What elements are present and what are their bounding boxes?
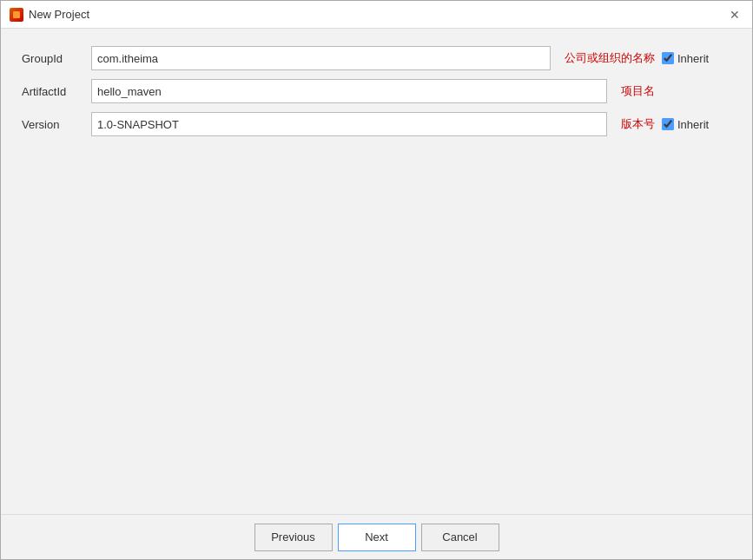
cancel-button[interactable]: Cancel (421, 524, 499, 551)
groupid-row: GroupId 公司或组织的名称 Inherit (22, 46, 731, 70)
close-button[interactable]: ✕ (726, 6, 743, 23)
version-annotation: 版本号 (614, 116, 662, 132)
window-title: New Project (29, 8, 89, 21)
next-button[interactable]: Next (338, 524, 416, 551)
version-inherit-checkbox[interactable] (662, 118, 674, 130)
groupid-inherit-checkbox[interactable] (662, 52, 674, 64)
version-input[interactable] (91, 112, 607, 136)
artifactid-input-wrapper: 项目名 (91, 79, 662, 103)
artifactid-label: ArtifactId (22, 85, 91, 98)
form-content: GroupId 公司或组织的名称 Inherit ArtifactId 项目名 (1, 29, 752, 514)
artifactid-input[interactable] (91, 79, 607, 103)
groupid-label: GroupId (22, 52, 91, 65)
groupid-inherit-label: Inherit (677, 52, 709, 65)
artifactid-row: ArtifactId 项目名 (22, 79, 731, 103)
dialog-footer: Previous Next Cancel (1, 514, 752, 559)
app-icon (10, 8, 23, 22)
groupid-annotation: 公司或组织的名称 (558, 50, 662, 66)
title-bar: New Project ✕ (1, 1, 752, 29)
version-inherit-wrapper: Inherit (662, 118, 731, 131)
version-row: Version 版本号 Inherit (22, 112, 731, 136)
title-bar-left: New Project (10, 8, 89, 22)
groupid-inherit-wrapper: Inherit (662, 52, 731, 65)
groupid-input[interactable] (91, 46, 551, 70)
version-inherit-label: Inherit (677, 118, 709, 131)
version-input-wrapper: 版本号 (91, 112, 662, 136)
version-label: Version (22, 118, 91, 131)
groupid-input-wrapper: 公司或组织的名称 (91, 46, 662, 70)
previous-button[interactable]: Previous (254, 524, 333, 551)
artifactid-annotation: 项目名 (614, 83, 662, 99)
new-project-dialog: New Project ✕ GroupId 公司或组织的名称 Inherit A… (0, 0, 753, 560)
